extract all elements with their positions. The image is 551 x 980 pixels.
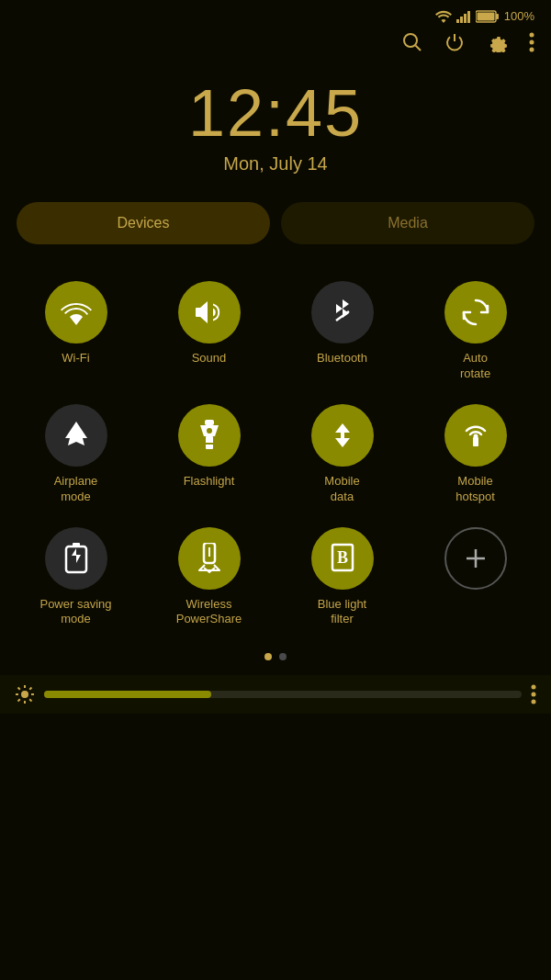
brightness-more-icon[interactable] [531, 684, 536, 704]
tile-bluelight[interactable]: B Blue light filter [276, 518, 409, 641]
sound-circle [178, 281, 241, 344]
tile-wireless[interactable]: Wireless PowerShare [142, 518, 276, 641]
wireless-label: Wireless PowerShare [176, 597, 242, 628]
svg-line-31 [18, 688, 20, 690]
svg-point-18 [473, 434, 478, 438]
wireless-circle [178, 527, 241, 590]
svg-rect-2 [464, 14, 467, 23]
svg-point-15 [207, 428, 212, 434]
search-icon[interactable] [402, 32, 422, 52]
bluelight-circle: B [311, 527, 374, 590]
svg-line-34 [18, 700, 20, 702]
tile-autorotate[interactable]: Auto rotate [409, 272, 542, 395]
svg-point-11 [530, 48, 534, 52]
plus-circle [444, 527, 507, 590]
airplane-label: Airplane mode [54, 474, 98, 505]
status-icons: 100% [435, 9, 534, 23]
hotspot-label: Mobile hotspot [455, 474, 495, 505]
page-dot-1[interactable] [264, 653, 272, 660]
svg-point-9 [530, 33, 534, 38]
sun-icon [15, 684, 35, 704]
clock-time: 12:45 [0, 80, 551, 146]
svg-rect-12 [205, 420, 214, 425]
tile-mobiledata[interactable]: Mobile data [276, 395, 409, 518]
tabs-row: Devices Media [0, 202, 551, 263]
svg-point-7 [404, 34, 417, 47]
brightness-bar[interactable] [44, 691, 522, 698]
clock-date: Mon, July 14 [0, 153, 551, 175]
tile-wifi[interactable]: Wi-Fi [9, 272, 142, 395]
svg-rect-0 [456, 19, 459, 23]
tile-powersaving[interactable]: Power saving mode [9, 518, 142, 641]
brightness-row [0, 675, 551, 714]
svg-point-36 [532, 693, 536, 697]
battery-icon [476, 10, 500, 23]
tile-bluetooth[interactable]: Bluetooth [276, 272, 409, 395]
svg-point-26 [21, 691, 28, 698]
svg-rect-1 [460, 17, 463, 23]
more-icon[interactable] [529, 32, 534, 52]
sound-label: Sound [192, 351, 227, 366]
flashlight-label: Flashlight [184, 474, 235, 490]
page-dot-2[interactable] [279, 653, 287, 660]
svg-line-32 [29, 700, 31, 702]
airplane-circle [45, 404, 107, 467]
wifi-status-icon [435, 10, 452, 23]
bluelight-label: Blue light filter [318, 597, 366, 628]
hotspot-circle [444, 404, 507, 467]
svg-text:B: B [336, 548, 347, 567]
status-bar: 100% [0, 0, 551, 27]
autorotate-label: Auto rotate [460, 351, 490, 382]
page-dots [0, 640, 551, 675]
svg-rect-5 [496, 14, 499, 19]
svg-rect-3 [467, 11, 470, 23]
tile-plus[interactable] [409, 518, 542, 641]
mobiledata-circle [311, 404, 374, 467]
tab-devices[interactable]: Devices [17, 202, 270, 244]
tile-sound[interactable]: Sound [142, 272, 276, 395]
bluetooth-label: Bluetooth [317, 351, 367, 366]
wifi-circle [45, 281, 107, 344]
toolbar [0, 27, 551, 62]
wifi-label: Wi-Fi [62, 351, 89, 366]
brightness-fill [44, 691, 211, 698]
svg-line-33 [29, 688, 31, 690]
tab-media[interactable]: Media [281, 202, 534, 244]
tile-flashlight[interactable]: Flashlight [142, 395, 276, 518]
powersaving-circle [45, 527, 107, 590]
battery-text: 100% [504, 9, 534, 23]
flashlight-circle [178, 404, 241, 467]
signal-icon [456, 10, 471, 23]
svg-point-37 [532, 700, 536, 704]
autorotate-circle [444, 281, 507, 344]
mobiledata-label: Mobile data [324, 474, 359, 505]
settings-icon[interactable] [487, 32, 507, 52]
tile-airplane[interactable]: Airplane mode [9, 395, 142, 518]
svg-line-8 [416, 46, 422, 51]
powersaving-label: Power saving mode [39, 597, 111, 628]
tile-hotspot[interactable]: Mobile hotspot [409, 395, 542, 518]
clock-section: 12:45 Mon, July 14 [0, 62, 551, 202]
svg-point-35 [532, 685, 536, 690]
svg-point-10 [530, 40, 534, 45]
bluetooth-circle [311, 281, 374, 344]
tiles-grid: Wi-Fi Sound Bluetooth [0, 263, 551, 640]
svg-rect-6 [477, 12, 494, 20]
power-icon[interactable] [444, 32, 465, 52]
